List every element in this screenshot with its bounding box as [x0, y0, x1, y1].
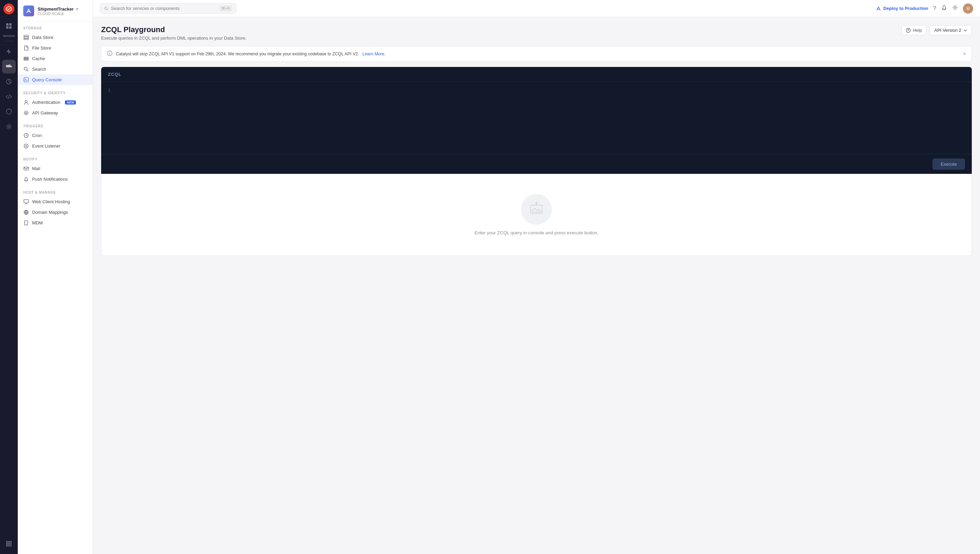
help-button[interactable]: Help [901, 25, 926, 35]
header-right: Help API Version 2 [901, 25, 972, 35]
web-hosting-label: Web Client Hosting [32, 199, 70, 204]
help-circle-icon [906, 28, 911, 33]
mdm-label: MDM [32, 220, 43, 225]
svg-point-32 [25, 224, 26, 225]
sidebar-triggers-section: TRIGGERS Cron Event Listener [18, 119, 92, 153]
sidebar-notify-section: NOTIFY Mail Push Notifications [18, 153, 92, 186]
empty-state-icon [521, 194, 552, 225]
svg-rect-13 [8, 545, 10, 546]
domain-mappings-label: Domain Mappings [32, 210, 68, 215]
line-numbers: 1 [101, 87, 115, 149]
main-wrapper: ⌘+K Deploy to Production ? [93, 0, 980, 554]
svg-rect-20 [24, 59, 29, 60]
notice-text: Catalyst will stop ZCQL API V1 support o… [116, 52, 359, 56]
svg-point-38 [109, 52, 110, 52]
query-console-icon [23, 77, 29, 82]
page-header: ZCQL Playground Execute queries in ZCQL … [101, 25, 246, 41]
sidebar-item-domain-mappings[interactable]: Domain Mappings [18, 207, 92, 218]
svg-point-34 [955, 7, 956, 8]
help-icon[interactable]: ? [933, 5, 936, 12]
sidebar-item-push-notifications[interactable]: Push Notifications [18, 174, 92, 185]
search-label: Search [32, 67, 46, 72]
svg-rect-2 [6, 26, 8, 29]
file-store-icon [23, 45, 29, 51]
push-notifications-icon [23, 177, 29, 182]
svg-rect-8 [10, 541, 12, 543]
zcql-editor: ZCQL 1 Execute [101, 67, 972, 174]
search-box[interactable]: ⌘+K [100, 3, 236, 14]
app-logo[interactable] [3, 3, 14, 14]
rail-bottom [2, 537, 16, 551]
sidebar-item-authentication[interactable]: Authentication NEW [18, 97, 92, 108]
svg-rect-19 [24, 58, 29, 59]
svg-rect-28 [24, 167, 29, 170]
rail-item-lightning[interactable] [2, 45, 16, 58]
sidebar-item-cron[interactable]: Cron [18, 130, 92, 141]
sidebar-item-mdm[interactable]: MDM [18, 218, 92, 228]
svg-point-24 [24, 111, 28, 115]
cron-icon [23, 133, 29, 138]
help-label: Help [913, 28, 922, 33]
execute-button[interactable]: Execute [932, 159, 965, 170]
svg-point-36 [908, 31, 908, 32]
project-name: ShipmentTracker [38, 6, 74, 12]
rail-item-grid[interactable] [2, 537, 16, 551]
sidebar-item-api-gateway[interactable]: API Gateway [18, 108, 92, 118]
svg-rect-16 [24, 37, 29, 38]
file-store-label: File Store [32, 45, 51, 51]
data-store-label: Data Store [32, 35, 53, 40]
svg-rect-17 [24, 38, 29, 40]
notice-close-button[interactable]: × [963, 51, 966, 57]
content-area: ZCQL Playground Execute queries in ZCQL … [93, 17, 980, 554]
rail-item-analytics[interactable] [2, 75, 16, 88]
deploy-icon [876, 6, 881, 11]
event-listener-icon [23, 143, 29, 148]
sidebar-item-query-console[interactable]: Query Console [18, 75, 92, 85]
sidebar-item-event-listener[interactable]: Event Listener [18, 141, 92, 151]
project-dropdown-icon[interactable]: ▾ [76, 6, 78, 12]
api-gateway-icon [23, 110, 29, 115]
sidebar-item-mail[interactable]: Mail [18, 163, 92, 174]
sidebar-item-data-store[interactable]: Data Store [18, 32, 92, 43]
cache-label: Cache [32, 56, 45, 61]
sidebar-header: ShipmentTracker ▾ CLOUD SCALE [18, 0, 92, 22]
sidebar-item-cache[interactable]: Cache [18, 53, 92, 64]
user-avatar[interactable]: U [963, 3, 973, 14]
sidebar-item-search[interactable]: Search [18, 64, 92, 75]
sidebar-item-file-store[interactable]: File Store [18, 43, 92, 53]
zcql-input-area[interactable] [115, 87, 972, 149]
notify-section-title: NOTIFY [18, 158, 92, 163]
api-version-select[interactable]: API Version 2 [930, 25, 972, 35]
storage-section-title: STORAGE [18, 26, 92, 32]
authentication-label: Authentication [32, 100, 60, 105]
zcql-editor-footer: Execute [101, 154, 972, 174]
topbar-right: Deploy to Production ? U [876, 3, 973, 14]
svg-rect-12 [6, 545, 8, 546]
svg-point-5 [8, 126, 10, 128]
rail-item-cloud[interactable] [2, 60, 16, 73]
learn-more-link[interactable]: Learn More. [363, 52, 386, 56]
data-store-icon [23, 35, 29, 40]
rail-item-code[interactable] [2, 90, 16, 103]
sidebar-item-web-client-hosting[interactable]: Web Client Hosting [18, 196, 92, 207]
event-listener-label: Event Listener [32, 143, 61, 148]
page-subtitle: Execute queries in ZCQL and perform DML … [101, 35, 246, 41]
rail-item-services[interactable] [2, 19, 16, 33]
rail-item-security[interactable] [2, 105, 16, 118]
mail-label: Mail [32, 166, 40, 171]
results-area: Enter your ZCQL query in console and pre… [101, 174, 972, 256]
deploy-button[interactable]: Deploy to Production [876, 6, 928, 11]
rail-divider-1 [4, 41, 14, 41]
search-input[interactable] [111, 6, 217, 11]
search-icon [23, 67, 29, 72]
search-box-icon [104, 6, 108, 11]
query-console-label: Query Console [32, 77, 62, 82]
svg-rect-7 [8, 541, 10, 543]
settings-icon[interactable] [952, 5, 958, 12]
notifications-icon[interactable] [941, 5, 947, 12]
sidebar-storage-section: STORAGE Data Store File Store Cache Sear… [18, 22, 92, 86]
rail-item-settings[interactable] [2, 120, 16, 134]
authentication-badge: NEW [65, 100, 76, 105]
zcql-textarea[interactable] [115, 87, 965, 148]
push-notifications-label: Push Notifications [32, 177, 68, 182]
